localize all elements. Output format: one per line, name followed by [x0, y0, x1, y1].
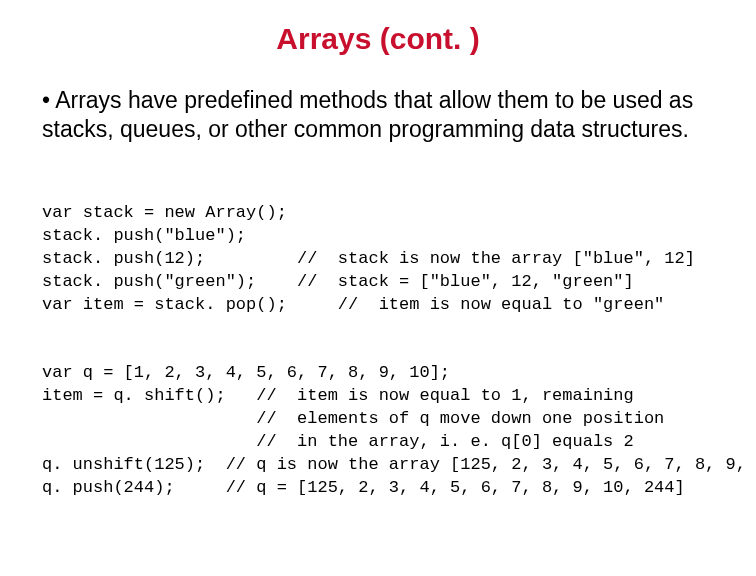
bullet-text: • Arrays have predefined methods that al… [42, 87, 693, 142]
code-line: q. push(244); // q = [125, 2, 3, 4, 5, 6… [42, 478, 685, 497]
code-block-queue: var q = [1, 2, 3, 4, 5, 6, 7, 8, 9, 10];… [42, 339, 714, 500]
slide-title: Arrays (cont. ) [42, 22, 714, 56]
code-line: var stack = new Array(); [42, 203, 287, 222]
code-line: // elements of q move down one position [42, 409, 664, 428]
code-line: stack. push("blue"); [42, 226, 246, 245]
code-line: item = q. shift(); // item is now equal … [42, 386, 634, 405]
code-block-stack: var stack = new Array(); stack. push("bl… [42, 180, 714, 318]
slide-content: Arrays (cont. ) • Arrays have predefined… [0, 0, 756, 576]
code-line: stack. push(12); // stack is now the arr… [42, 249, 695, 268]
code-line: var q = [1, 2, 3, 4, 5, 6, 7, 8, 9, 10]; [42, 363, 450, 382]
code-line: // in the array, i. e. q[0] equals 2 [42, 432, 634, 451]
code-line: q. unshift(125); // q is now the array [… [42, 455, 756, 474]
bullet-paragraph: • Arrays have predefined methods that al… [42, 86, 714, 144]
code-line: stack. push("green"); // stack = ["blue"… [42, 272, 634, 291]
code-line: var item = stack. pop(); // item is now … [42, 295, 664, 314]
